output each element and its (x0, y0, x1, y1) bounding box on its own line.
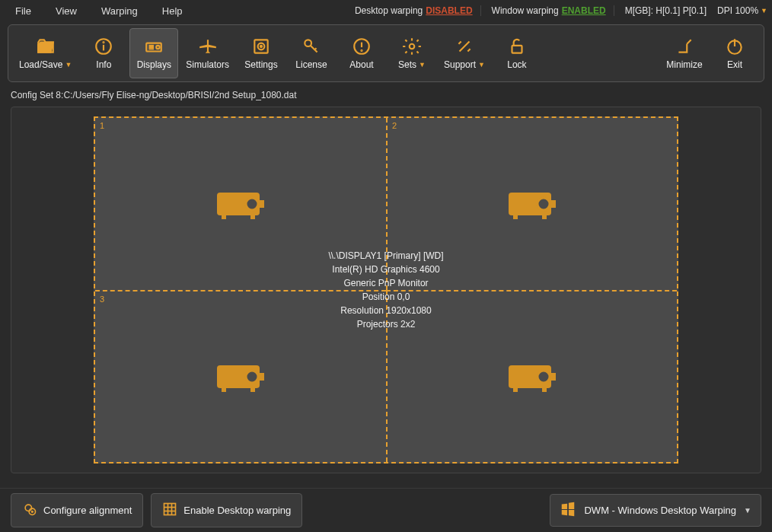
svg-point-10 (260, 46, 262, 47)
svg-point-53 (32, 511, 33, 513)
svg-point-44 (538, 371, 550, 383)
menu-help[interactable]: Help (152, 2, 193, 20)
cell-number: 2 (392, 121, 397, 130)
simulators-button[interactable]: Simulators (180, 28, 235, 78)
svg-point-28 (538, 198, 550, 210)
displays-button[interactable]: Displays (129, 28, 178, 78)
display-monitor: Generic PnP Monitor (328, 276, 443, 290)
display-gpu: Intel(R) HD Graphics 4600 (328, 263, 443, 276)
svg-point-15 (410, 44, 415, 49)
svg-rect-25 (250, 215, 255, 219)
svg-rect-46 (513, 376, 531, 379)
exit-button[interactable]: Exit (710, 28, 759, 78)
svg-rect-37 (222, 371, 240, 374)
about-button[interactable]: About (337, 28, 386, 78)
svg-rect-21 (222, 198, 240, 201)
chevron-down-icon: ▼ (761, 7, 767, 14)
info-icon (94, 37, 113, 56)
gear-target-icon (22, 502, 37, 519)
svg-rect-39 (222, 381, 240, 384)
svg-rect-32 (513, 215, 518, 219)
cell-number: 3 (100, 295, 104, 304)
svg-rect-45 (513, 371, 531, 374)
tools-icon (455, 37, 474, 56)
projector-icon (214, 185, 267, 224)
license-button[interactable]: License (287, 28, 336, 78)
menu-file[interactable]: File (5, 2, 42, 20)
projector-icon (506, 358, 559, 397)
status-desktop-value[interactable]: DISABLED (426, 5, 472, 16)
svg-point-14 (361, 50, 362, 51)
unlock-icon (507, 37, 527, 56)
svg-rect-33 (542, 215, 547, 219)
chevron-down-icon: ▼ (419, 61, 426, 68)
minimize-icon (675, 37, 694, 56)
display-id: \\.\DISPLAY1 [Primary] [WD] (328, 249, 443, 263)
windows-icon (560, 501, 576, 520)
enable-desktop-warping-button[interactable]: Enable Desktop warping (151, 493, 302, 527)
settings-button[interactable]: Settings (237, 28, 286, 78)
svg-rect-26 (260, 200, 264, 208)
minimize-button[interactable]: Minimize (660, 28, 709, 78)
svg-rect-42 (260, 373, 264, 381)
config-path-label: Config Set 8:C:/Users/Fly Elise-ng/Deskt… (11, 90, 761, 100)
folder-open-icon (36, 37, 56, 56)
support-button[interactable]: Support▼ (438, 28, 491, 78)
svg-point-11 (305, 40, 311, 46)
status-desktop-warping: Desktop warping DISABLED (355, 5, 481, 16)
display-canvas: 1 2 3 (11, 107, 761, 473)
main-toolbar: Load/Save▼ Info Displays Simulators Sett… (8, 24, 764, 82)
status-memory: M[GB]: H[0.1] P[0.1] (625, 5, 707, 16)
svg-rect-16 (512, 46, 522, 53)
status-window-value[interactable]: ENABLED (562, 5, 606, 16)
grid-icon (162, 502, 177, 519)
status-desktop-label: Desktop warping (355, 5, 423, 16)
svg-rect-29 (513, 198, 531, 201)
svg-point-36 (246, 371, 258, 383)
chevron-down-icon: ▼ (478, 61, 485, 68)
svg-point-4 (157, 46, 160, 49)
status-dpi[interactable]: DPI 100% ▼ (717, 5, 767, 16)
display-info-overlay: \\.\DISPLAY1 [Primary] [WD] Intel(R) HD … (328, 249, 443, 331)
svg-rect-31 (513, 209, 531, 212)
loadsave-button[interactable]: Load/Save▼ (13, 28, 78, 78)
lock-button[interactable]: Lock (493, 28, 541, 78)
display-position: Position 0,0 (328, 290, 443, 304)
cell-number: 1 (100, 121, 104, 130)
settings-icon (251, 37, 271, 56)
configure-alignment-button[interactable]: Configure alignment (11, 493, 143, 527)
svg-rect-47 (513, 381, 531, 384)
sets-button[interactable]: Sets▼ (388, 28, 436, 78)
svg-rect-23 (222, 209, 240, 212)
status-window-label: Window warping (492, 5, 559, 16)
menu-warping[interactable]: Warping (91, 2, 148, 20)
gear-icon (402, 37, 422, 56)
menu-view[interactable]: View (45, 2, 88, 20)
warping-mode-select[interactable]: DWM - Windows Desktop Warping ▼ (550, 494, 761, 527)
svg-rect-38 (222, 376, 240, 379)
svg-rect-41 (250, 388, 255, 392)
chevron-down-icon: ▼ (65, 61, 72, 68)
svg-rect-30 (513, 203, 531, 206)
svg-rect-54 (164, 504, 176, 515)
projector-icon (214, 358, 267, 397)
svg-rect-22 (222, 203, 240, 206)
svg-point-51 (25, 505, 31, 511)
key-icon (301, 37, 321, 56)
dropdown-arrow-icon: ▼ (744, 506, 751, 514)
svg-rect-49 (542, 388, 547, 392)
display-resolution: Resolution 1920x1080 (328, 304, 443, 317)
display-block[interactable]: 1 2 3 (94, 116, 678, 464)
status-window-warping: Window warping ENABLED (492, 5, 614, 16)
projector-icon (506, 185, 559, 224)
svg-rect-40 (222, 388, 226, 392)
power-icon (725, 37, 745, 56)
alert-icon (352, 37, 372, 56)
display-projectors: Projectors 2x2 (328, 317, 443, 331)
info-button[interactable]: Info (79, 28, 128, 78)
plane-icon (198, 37, 218, 56)
svg-point-20 (246, 198, 258, 210)
projector-icon (144, 37, 164, 56)
svg-rect-50 (551, 373, 556, 381)
svg-rect-48 (513, 388, 518, 392)
